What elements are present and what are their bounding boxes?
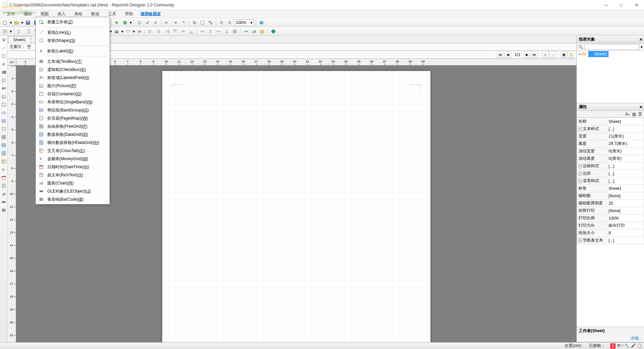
align-middle-icon[interactable]	[179, 28, 187, 35]
nav-prev-icon[interactable]: ◀	[504, 51, 511, 58]
menuitem-line[interactable]: 直线(Line)(L)	[36, 28, 109, 36]
prop-value[interactable]: [...]	[607, 170, 644, 177]
prop-value[interactable]: [...]	[607, 125, 644, 133]
menuitem-pagewrap[interactable]: 折页器(PageWrap)(W)	[36, 114, 109, 122]
page[interactable]	[162, 71, 430, 342]
prop-value[interactable]: 9	[607, 229, 644, 237]
selectall-icon[interactable]	[199, 19, 206, 26]
prop-value[interactable]: [...]	[607, 163, 644, 170]
properties-grid[interactable]: 名称Sheet1+文本样式[...]宽度21(厘米)高度29.7(厘米)冻结宽度…	[577, 118, 644, 244]
prop-value[interactable]: Sheet1	[607, 118, 644, 125]
prop-sort-az-icon[interactable]: A↓	[625, 111, 630, 117]
freegrid-tool-icon[interactable]	[0, 134, 7, 141]
menu-file[interactable]: 文件	[3, 10, 18, 18]
pagewrap-tool-icon[interactable]	[0, 126, 7, 132]
search-dropdown-icon[interactable]: ▾	[641, 45, 643, 49]
prop-categorized-icon[interactable]: ▤	[631, 111, 637, 117]
menuitem-new-sheet[interactable]: +新建工作表(Z)	[36, 18, 109, 26]
prop-value[interactable]: [...]	[607, 177, 644, 185]
zoom-combo[interactable]: 100%▾	[234, 19, 254, 26]
chart-tool-icon[interactable]	[0, 191, 7, 197]
menuitem-moneygrid[interactable]: ¥金额表(MoneyGrid)(M)	[36, 155, 109, 163]
lineweight-icon[interactable]	[113, 28, 120, 35]
menuitem-shape[interactable]: 形状(Shape)(S)	[36, 36, 109, 45]
wrench-icon[interactable]	[152, 19, 159, 26]
nav-last-icon[interactable]: ⏭	[531, 51, 538, 58]
prop-value[interactable]: 0(厘米)	[607, 148, 644, 155]
menuitem-labeledfield[interactable]: A=标签域(LabeledField)(I)	[36, 74, 109, 82]
tree-item-sheet1[interactable]: Sheet1	[588, 51, 609, 57]
barcode-tool-icon[interactable]	[0, 207, 7, 214]
nav-first-icon[interactable]: ⏮	[497, 51, 504, 58]
prop-value[interactable]: 100%	[607, 215, 644, 222]
picture-tool-icon[interactable]	[0, 93, 7, 100]
crosstab-tool-icon[interactable]	[0, 158, 7, 165]
nav-grid-icon[interactable]: ▦	[560, 51, 567, 58]
menu-data[interactable]: 数据	[88, 10, 103, 18]
pencil-dropdown[interactable]: ▾	[109, 29, 112, 34]
dist-h-icon[interactable]	[199, 28, 206, 35]
runscript-icon[interactable]	[113, 19, 121, 26]
richtext-tool-icon[interactable]	[0, 182, 7, 189]
properties-detail-link[interactable]: 详细...	[630, 336, 642, 341]
textbox-tool-icon[interactable]: ab	[0, 69, 7, 76]
save-icon[interactable]	[24, 19, 32, 26]
nav-ruler-icon[interactable]: 📏	[568, 51, 574, 58]
cursor-tool-icon[interactable]	[0, 36, 7, 43]
grid-settings-icon[interactable]	[1, 28, 9, 35]
lineweight-dropdown[interactable]: ▾	[121, 29, 124, 34]
eraser-icon[interactable]	[136, 28, 143, 35]
align-left-icon[interactable]	[147, 28, 154, 35]
open-dropdown[interactable]: ▾	[21, 20, 24, 25]
same-width-icon[interactable]	[215, 28, 222, 35]
maximize-button[interactable]: □	[614, 0, 629, 10]
redo-icon[interactable]	[171, 19, 179, 26]
align-right-icon[interactable]	[163, 28, 171, 35]
expand-icon[interactable]: +	[578, 164, 582, 168]
menu-tool[interactable]: 工具	[105, 10, 120, 18]
prop-value[interactable]: 20	[607, 200, 644, 207]
container-tool-icon[interactable]	[0, 101, 7, 108]
check-icon[interactable]	[144, 19, 151, 26]
datetime-tool-icon[interactable]	[0, 174, 7, 181]
open-icon[interactable]	[13, 19, 20, 26]
menuitem-bandgroup[interactable]: 带区组(BandGroup)(G)	[36, 106, 109, 114]
menu-insert[interactable]: 插入	[54, 10, 69, 18]
refresh-icon[interactable]	[136, 19, 143, 26]
nav-next-icon[interactable]: ▶	[524, 51, 530, 58]
hdatagrid-tool-icon[interactable]	[0, 150, 7, 157]
menuitem-chart[interactable]: 图表(Chart)(R)	[36, 179, 109, 187]
moneygrid-tool-icon[interactable]: ¥	[0, 166, 7, 173]
menuitem-crosstab[interactable]: 交叉表(CrossTab)(C)	[36, 147, 109, 155]
sheet-tab-sheet1[interactable]: Sheet1	[8, 36, 31, 43]
objects-search-input[interactable]	[585, 44, 639, 50]
menu-view[interactable]: 视图	[37, 10, 52, 18]
new-icon[interactable]	[1, 19, 9, 26]
undo-icon[interactable]	[163, 19, 171, 26]
shape-tool-icon[interactable]	[0, 53, 7, 59]
checkbox-tool-icon[interactable]	[0, 77, 7, 84]
minimize-button[interactable]: —	[598, 0, 614, 10]
prop-value[interactable]: [...]	[607, 237, 644, 244]
menuitem-oleobject[interactable]: OLE对象(OLEObject)(J)	[36, 187, 109, 195]
panel-properties-close-icon[interactable]: ✕	[639, 105, 643, 109]
datagrid-tool-icon[interactable]	[0, 142, 7, 149]
menuitem-barcode[interactable]: 条形码(BarCode)(B)	[36, 195, 109, 203]
menuitem-checkbox[interactable]: 逻辑框(CheckBox)(K)	[36, 66, 109, 74]
panel-objects-close-icon[interactable]: ✕	[639, 37, 643, 42]
datasource-icon[interactable]	[258, 28, 266, 35]
zoomout-icon[interactable]	[226, 19, 233, 26]
linestyle-icon[interactable]	[124, 28, 132, 35]
bandgroup-tool-icon[interactable]	[0, 118, 7, 124]
tray-ime-icon[interactable]: S	[610, 343, 616, 349]
nav-zoomin-icon[interactable]: ＋	[542, 51, 549, 58]
chart-icon[interactable]	[250, 28, 258, 35]
prop-pages-icon[interactable]: ☰	[637, 111, 643, 117]
line-tool-icon[interactable]	[0, 45, 7, 51]
globe-icon[interactable]	[270, 28, 277, 35]
same-height-icon[interactable]	[223, 28, 230, 35]
prop-value[interactable]: 29.7(厘米)	[607, 140, 644, 148]
link-data-icon[interactable]	[242, 28, 250, 35]
align-top-icon[interactable]	[171, 28, 179, 35]
menu-edit[interactable]: 编辑	[20, 10, 35, 18]
